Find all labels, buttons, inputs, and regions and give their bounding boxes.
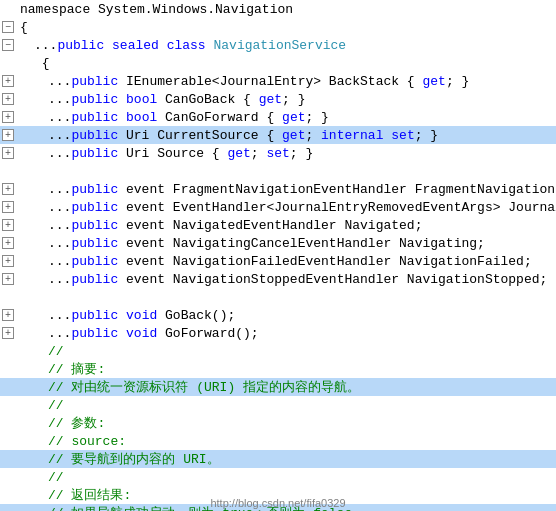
- code-content: // source:: [20, 434, 126, 449]
- code-line: +...public Uri Source { get; set; }: [0, 144, 556, 162]
- code-line: +...public bool CanGoForward { get; }: [0, 108, 556, 126]
- code-content: // 摘要:: [20, 360, 105, 378]
- code-line: {: [0, 54, 556, 72]
- expand-icon[interactable]: +: [2, 93, 14, 105]
- code-content: ...public IEnumerable<JournalEntry> Back…: [20, 74, 469, 89]
- expand-icon[interactable]: +: [2, 111, 14, 123]
- code-line: // source:: [0, 432, 556, 450]
- expand-icon[interactable]: +: [2, 327, 14, 339]
- code-line: +...public event NavigationFailedEventHa…: [0, 252, 556, 270]
- code-line: //: [0, 468, 556, 486]
- expand-icon[interactable]: +: [2, 237, 14, 249]
- code-content: {: [20, 20, 28, 35]
- expand-icon[interactable]: +: [2, 147, 14, 159]
- code-content: {: [20, 56, 50, 71]
- code-line: +...public bool CanGoBack { get; }: [0, 90, 556, 108]
- code-line: // 对由统一资源标识符 (URI) 指定的内容的导航。: [0, 378, 556, 396]
- code-line: −{: [0, 18, 556, 36]
- code-content: ...public void GoBack();: [20, 308, 235, 323]
- code-line: +...public Uri CurrentSource { get; inte…: [0, 126, 556, 144]
- code-content: ...public event NavigatedEventHandler Na…: [20, 218, 422, 233]
- code-line: +...public void GoBack();: [0, 306, 556, 324]
- code-content: ...public event EventHandler<JournalEntr…: [20, 200, 556, 215]
- code-line: [0, 288, 556, 306]
- code-content: ...public event NavigatingCancelEventHan…: [20, 236, 485, 251]
- collapse-icon[interactable]: −: [2, 39, 14, 51]
- expand-icon[interactable]: +: [2, 219, 14, 231]
- code-line: +...public IEnumerable<JournalEntry> Bac…: [0, 72, 556, 90]
- code-line: //: [0, 342, 556, 360]
- code-content: //: [20, 398, 64, 413]
- code-content: //: [20, 470, 64, 485]
- code-line: // 参数:: [0, 414, 556, 432]
- code-content: ...public Uri Source { get; set; }: [20, 146, 313, 161]
- expand-icon[interactable]: +: [2, 201, 14, 213]
- code-content: // 返回结果:: [20, 486, 131, 504]
- expand-icon[interactable]: +: [2, 255, 14, 267]
- code-content: //: [20, 344, 64, 359]
- expand-icon[interactable]: +: [2, 273, 14, 285]
- code-viewer: namespace System.Windows.Navigation−{−..…: [0, 0, 556, 511]
- code-line: // 摘要:: [0, 360, 556, 378]
- code-content: ...public void GoForward();: [20, 326, 259, 341]
- code-line: // 要导航到的内容的 URI。: [0, 450, 556, 468]
- code-line: //: [0, 396, 556, 414]
- code-content: ...public bool CanGoBack { get; }: [20, 92, 305, 107]
- expand-icon[interactable]: +: [2, 129, 14, 141]
- code-line: +...public void GoForward();: [0, 324, 556, 342]
- expand-icon[interactable]: +: [2, 75, 14, 87]
- code-line: +...public event EventHandler<JournalEnt…: [0, 198, 556, 216]
- expand-icon[interactable]: +: [2, 309, 14, 321]
- watermark: http://blog.csdn.net/fifa0329: [210, 497, 345, 509]
- code-line: namespace System.Windows.Navigation: [0, 0, 556, 18]
- code-content: // 参数:: [20, 414, 105, 432]
- code-content: // 要导航到的内容的 URI。: [20, 450, 220, 468]
- code-content: ...public event NavigationFailedEventHan…: [20, 254, 532, 269]
- code-line: [0, 162, 556, 180]
- code-line: +...public event NavigationStoppedEventH…: [0, 270, 556, 288]
- code-content: ...public event NavigationStoppedEventHa…: [20, 272, 547, 287]
- code-content: // 对由统一资源标识符 (URI) 指定的内容的导航。: [20, 378, 360, 396]
- code-content: ...public sealed class NavigationService: [20, 38, 346, 53]
- code-content: ...public bool CanGoForward { get; }: [20, 110, 329, 125]
- expand-icon[interactable]: +: [2, 183, 14, 195]
- collapse-icon[interactable]: −: [2, 21, 14, 33]
- code-line: +...public event NavigatedEventHandler N…: [0, 216, 556, 234]
- code-content: namespace System.Windows.Navigation: [20, 2, 293, 17]
- code-content: ...public event FragmentNavigationEventH…: [20, 182, 556, 197]
- code-line: −...public sealed class NavigationServic…: [0, 36, 556, 54]
- code-content: ...public Uri CurrentSource { get; inter…: [20, 128, 438, 143]
- code-line: +...public event NavigatingCancelEventHa…: [0, 234, 556, 252]
- code-line: +...public event FragmentNavigationEvent…: [0, 180, 556, 198]
